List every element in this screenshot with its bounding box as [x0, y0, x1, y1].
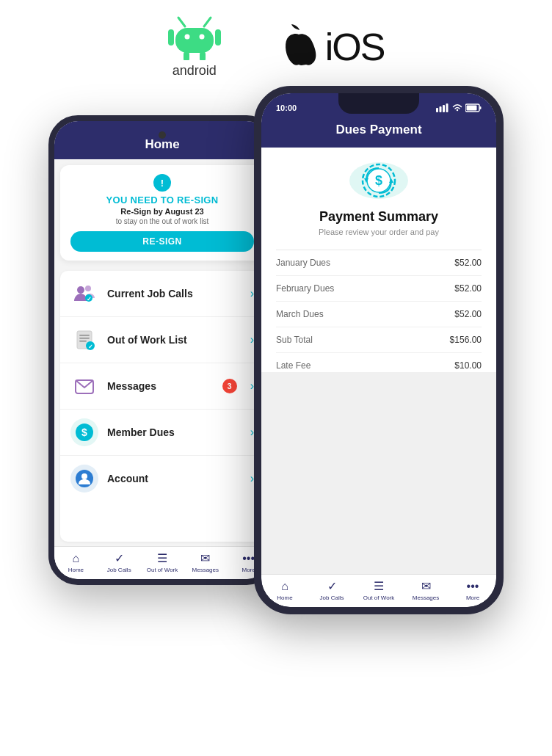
ios-nav-home[interactable]: ⌂ Home	[261, 580, 308, 601]
nav-messages-icon: ✉	[200, 551, 210, 565]
svg-rect-8	[200, 51, 206, 60]
latefee-label: Late Fee	[276, 360, 310, 371]
ios-nav-more-icon: •••	[467, 580, 479, 593]
payment-row-latefee: Late Fee $10.00	[276, 353, 482, 372]
payment-row-subtotal: Sub Total $156.00	[276, 327, 482, 353]
nav-job-calls-label: Job Calls	[107, 567, 131, 573]
ios-nav-messages[interactable]: ✉ Messages	[402, 579, 449, 601]
menu-item-messages[interactable]: Messages 3 ›	[60, 363, 264, 410]
svg-rect-14	[79, 335, 90, 336]
account-label: Account	[107, 473, 242, 484]
ios-nav-job-calls[interactable]: ✓ Job Calls	[308, 579, 355, 601]
ios-logo: iOS	[280, 24, 385, 70]
dollar-circle-icon: $	[360, 162, 397, 199]
payment-table: January Dues $52.00 February Dues $52.00…	[276, 250, 482, 372]
payment-icon-circle: $	[349, 162, 408, 199]
svg-rect-6	[215, 29, 221, 46]
account-icon-circle	[70, 465, 98, 493]
menu-item-account[interactable]: Account ›	[60, 456, 264, 501]
january-label: January Dues	[276, 258, 330, 268]
ios-nav-messages-icon: ✉	[421, 579, 431, 593]
ios-nav-out-of-work-icon: ☰	[374, 579, 384, 593]
nav-home-label: Home	[68, 567, 84, 573]
ios-notch	[338, 93, 419, 114]
svg-point-23	[81, 473, 87, 479]
ios-nav-messages-label: Messages	[413, 595, 439, 601]
svg-line-1	[204, 18, 211, 26]
january-value: $52.00	[454, 258, 482, 268]
nav-job-calls-icon: ✓	[115, 551, 124, 565]
signal-icon	[436, 103, 449, 112]
payment-row-january: January Dues $52.00	[276, 250, 482, 276]
svg-rect-26	[443, 105, 445, 112]
svg-rect-30	[467, 106, 477, 111]
resign-button[interactable]: RE-SIGN	[70, 231, 254, 252]
menu-item-member-dues[interactable]: $ Member Dues ›	[60, 410, 264, 456]
android-menu-list: ✓ Current Job Calls ›	[60, 271, 264, 542]
payment-row-february: February Dues $52.00	[276, 276, 482, 302]
february-value: $52.00	[454, 283, 482, 294]
out-of-work-icon-circle: ✓	[70, 326, 98, 354]
dues-icon: $	[74, 422, 95, 443]
march-label: March Dues	[276, 309, 324, 319]
dues-label: Member Dues	[107, 426, 242, 438]
ios-nav-out-of-work[interactable]: ☰ Out of Work	[355, 579, 402, 601]
nav-messages-label: Messages	[192, 567, 219, 573]
nav-out-of-work-label: Out of Work	[147, 567, 178, 573]
ios-header-title: Dues Payment	[273, 123, 484, 137]
nav-out-of-work-icon: ☰	[157, 551, 167, 565]
ios-bottom-nav: ⌂ Home ✓ Job Calls ☰ Out of Work ✉ Messa…	[261, 574, 496, 607]
svg-point-4	[199, 34, 204, 40]
ios-nav-more[interactable]: ••• More	[449, 580, 496, 601]
subtotal-label: Sub Total	[276, 335, 313, 345]
nav-job-calls[interactable]: ✓ Job Calls	[98, 551, 141, 573]
job-calls-icon-circle: ✓	[70, 280, 98, 308]
svg-rect-27	[446, 103, 448, 112]
payment-title: Payment Summary	[319, 209, 438, 225]
svg-rect-7	[184, 51, 189, 60]
nav-out-of-work[interactable]: ☰ Out of Work	[141, 551, 184, 573]
svg-rect-2	[175, 28, 214, 53]
ios-nav-home-label: Home	[277, 595, 292, 601]
payment-content: $ Payment Summary Please review your ord…	[261, 148, 496, 372]
alert-banner: ! YOU NEED TO RE-SIGN Re-Sign by August …	[60, 165, 264, 261]
nav-messages[interactable]: ✉ Messages	[184, 551, 227, 573]
svg-text:✓: ✓	[87, 296, 92, 302]
account-icon	[74, 468, 95, 489]
ios-status-icons	[436, 103, 482, 112]
apple-icon	[280, 24, 319, 70]
android-logo: android	[168, 15, 221, 79]
ios-phone: 10:00	[254, 86, 504, 614]
payment-subtitle: Please review your order and pay	[319, 228, 439, 236]
nav-home[interactable]: ⌂ Home	[54, 552, 98, 573]
svg-rect-5	[168, 29, 174, 46]
out-of-work-icon: ✓	[73, 328, 96, 352]
messages-icon	[73, 374, 96, 398]
nav-home-icon: ⌂	[73, 552, 80, 565]
latefee-value: $10.00	[454, 360, 482, 371]
messages-label: Messages	[107, 380, 214, 392]
job-calls-icon: ✓	[73, 282, 96, 305]
ios-nav-home-icon: ⌂	[281, 580, 288, 593]
out-of-work-label: Out of Work List	[107, 334, 242, 346]
ios-nav-job-calls-icon: ✓	[327, 579, 337, 593]
logos-area: android iOS	[0, 0, 552, 79]
menu-item-out-of-work[interactable]: ✓ Out of Work List ›	[60, 317, 264, 363]
ios-nav-more-label: More	[466, 595, 479, 601]
menu-item-job-calls[interactable]: ✓ Current Job Calls ›	[60, 271, 264, 317]
ios-nav-out-of-work-label: Out of Work	[363, 595, 395, 601]
messages-icon-circle	[70, 372, 98, 400]
job-calls-label: Current Job Calls	[107, 288, 242, 299]
svg-line-0	[178, 18, 185, 26]
ios-nav-job-calls-label: Job Calls	[320, 595, 344, 601]
february-label: February Dues	[276, 283, 334, 294]
android-bottom-nav: ⌂ Home ✓ Job Calls ☰ Out of Work ✉ Messa…	[54, 546, 270, 579]
march-value: $52.00	[454, 309, 482, 319]
android-phone-inner: Home ! YOU NEED TO RE-SIGN Re-Sign by Au…	[54, 121, 270, 579]
svg-rect-29	[480, 106, 482, 109]
svg-point-3	[184, 34, 189, 40]
svg-rect-24	[436, 108, 438, 112]
nav-more-icon: •••	[242, 552, 255, 565]
svg-text:$: $	[81, 426, 87, 438]
android-label: android	[172, 63, 217, 79]
